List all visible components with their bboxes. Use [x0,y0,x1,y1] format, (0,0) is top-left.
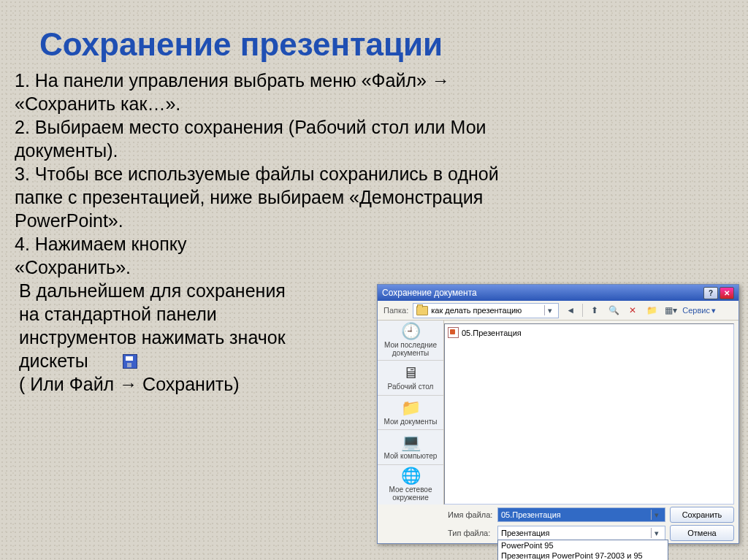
floppy-disk-icon [123,354,137,369]
place-icon: 💻 [401,434,421,450]
close-button[interactable]: ✕ [720,287,734,299]
places-bar: 🕘Мои последние документы🖥Рабочий стол📁Мо… [378,321,444,505]
folder-value: как делать презентацию [431,306,522,315]
save-button[interactable]: Сохранить [670,507,734,523]
places-item[interactable]: 📁Мои документы [378,396,443,431]
places-item[interactable]: 💻Мой компьютер [378,430,443,465]
folder-label: Папка: [383,306,408,315]
place-icon: 🖥 [402,365,419,381]
views-icon[interactable]: ▦▾ [663,303,678,318]
delete-icon[interactable]: ✕ [625,303,640,318]
filetype-select[interactable]: Презентация ▾ [497,526,665,540]
filetype-dropdown-list[interactable]: PowerPoint 95Презентация PowerPoint 97-2… [497,540,668,560]
cancel-button[interactable]: Отмена [670,525,734,541]
chevron-down-icon: ▾ [651,528,662,538]
chevron-down-icon: ▾ [651,510,662,520]
place-icon: 📁 [401,400,421,416]
place-icon: 🌐 [401,468,421,484]
file-list[interactable]: 05.Презентация [444,323,734,505]
places-item[interactable]: 🌐Мое сетевое окружение [378,465,443,505]
dialog-toolbar: Папка: как делать презентацию ▾ ◄ ⬆ 🔍 ✕ … [378,301,739,321]
presentation-file-icon [448,327,459,338]
chevron-down-icon: ▾ [544,305,555,315]
filetype-option[interactable]: PowerPoint 95 [498,540,668,551]
up-folder-icon[interactable]: ⬆ [587,303,602,318]
service-menu[interactable]: Сервис▾ [682,306,716,315]
save-dialog: Сохранение документа ? ✕ Папка: как дела… [377,284,739,544]
filetype-option[interactable]: Презентация PowerPoint 97-2003 и 95 [498,551,668,560]
back-icon[interactable]: ◄ [563,303,578,318]
new-folder-icon[interactable]: 📁 [644,303,659,318]
place-icon: 🕘 [401,323,421,340]
file-item[interactable]: 05.Презентация [448,327,730,338]
folder-icon [416,306,428,315]
places-item[interactable]: 🖥Рабочий стол [378,361,443,396]
filetype-label: Тип файла: [448,529,493,537]
folder-dropdown[interactable]: как делать презентацию ▾ [413,303,559,318]
dialog-title: Сохранение документа [382,288,477,298]
filename-label: Имя файла: [448,510,493,519]
search-icon[interactable]: 🔍 [606,303,621,318]
places-item[interactable]: 🕘Мои последние документы [378,321,443,361]
help-button[interactable]: ? [703,287,718,299]
filename-input[interactable]: 05.Презентация ▾ [497,507,665,522]
dialog-titlebar: Сохранение документа ? ✕ [378,285,739,301]
page-title: Сохранение презентации [0,0,748,63]
